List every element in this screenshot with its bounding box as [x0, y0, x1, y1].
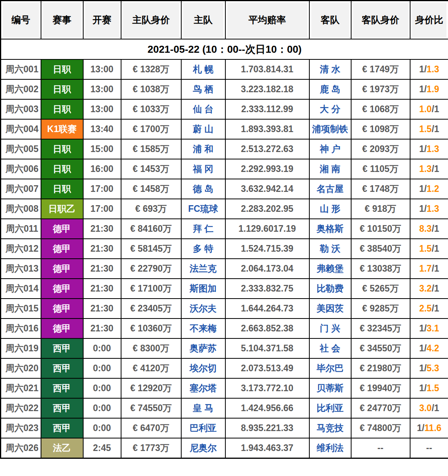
- table-row: 周六023西甲0:00€ 6470万巴利亚8.935.221.33马竞技€ 74…: [1, 418, 448, 438]
- match-id-cell: 周六020: [1, 358, 41, 378]
- league-badge: 德甲: [41, 319, 83, 338]
- ratio-segment: 1/: [419, 343, 427, 353]
- ratio-cell: 2.5/1: [410, 299, 448, 319]
- away-value-cell: € 1105万: [351, 159, 410, 179]
- home-team-cell: 塞尔塔: [181, 378, 225, 398]
- kickoff-time-cell: 21:30: [83, 279, 121, 299]
- home-value-cell: € 1328万: [121, 59, 181, 79]
- ratio-segment: 3.1: [427, 323, 439, 333]
- ratio-segment: 2.5: [419, 303, 432, 313]
- kickoff-time-cell: 16:00: [83, 159, 121, 179]
- league-badge: 日职: [41, 79, 83, 99]
- away-value-cell: € 9285万: [351, 299, 410, 319]
- away-team-cell: 鹿 岛: [309, 79, 351, 99]
- ratio-cell: 1/1.9: [410, 79, 448, 99]
- avg-odds-cell: 8.935.221.33: [225, 418, 309, 438]
- home-value-cell: € 22790万: [121, 259, 181, 279]
- away-team-cell: 神 户: [309, 139, 351, 159]
- kickoff-time-cell: 13:00: [83, 79, 121, 99]
- league-badge: 德甲: [41, 299, 83, 319]
- ratio-cell: 1/1.2: [410, 179, 448, 199]
- away-value-cell: € 24770万: [351, 398, 410, 418]
- home-value-cell: € 1038万: [121, 79, 181, 99]
- ratio-segment: 1.5: [427, 383, 439, 393]
- league-badge: K1联赛: [41, 119, 83, 139]
- home-team-cell: 巴利亚: [181, 418, 225, 438]
- table-row: 周六013德甲21:30€ 22790万法兰克2.064.173.04弗赖堡€ …: [1, 259, 448, 279]
- home-value-cell: € 1773万: [121, 438, 181, 458]
- away-team-cell: 大 分: [309, 99, 351, 119]
- table-row: 周六019西甲0:00€ 8300万奥萨苏5.104.371.58社 会€ 34…: [1, 338, 448, 358]
- ratio-segment: --: [426, 443, 432, 453]
- ratio-segment: 1.9: [427, 84, 439, 94]
- away-team-cell: 勒 沃: [309, 239, 351, 259]
- avg-odds-cell: 2.073.513.49: [225, 358, 309, 378]
- match-id-cell: 周六005: [1, 139, 41, 159]
- ratio-segment: 1.3: [419, 164, 432, 174]
- ratio-segment: 1.5: [419, 243, 432, 254]
- avg-odds-cell: 3.632.942.14: [225, 179, 309, 199]
- table-row: 周六012德甲21:30€ 58145万多 特1.524.715.39勒 沃€ …: [1, 239, 448, 259]
- ratio-segment: 1.0: [419, 104, 432, 114]
- league-badge: 德甲: [41, 259, 83, 279]
- away-team-cell: 浦项制铁: [309, 119, 351, 139]
- away-value-cell: € 1098万: [351, 119, 410, 139]
- ratio-segment: 1/: [419, 184, 427, 194]
- home-value-cell: € 1453万: [121, 159, 181, 179]
- avg-odds-cell: 1.943.463.37: [225, 438, 309, 458]
- home-team-cell: 尼奥尔: [181, 438, 225, 458]
- league-badge: 德甲: [41, 219, 83, 239]
- away-team-cell: 维利法: [309, 438, 351, 458]
- away-team-cell: 弗赖堡: [309, 259, 351, 279]
- avg-odds-cell: 2.663.852.38: [225, 319, 309, 338]
- away-team-cell: 马竞技: [309, 418, 351, 438]
- home-team-cell: 浦 和: [181, 139, 225, 159]
- match-id-cell: 周六001: [1, 59, 41, 79]
- ratio-segment: 1.7: [419, 263, 432, 274]
- ratio-segment: 8.3: [419, 224, 432, 234]
- column-header: 客队: [309, 1, 351, 39]
- kickoff-time-cell: 2:45: [83, 438, 121, 458]
- kickoff-time-cell: 13:40: [83, 119, 121, 139]
- home-value-cell: € 58145万: [121, 239, 181, 259]
- match-id-cell: 周六019: [1, 338, 41, 358]
- league-badge: 西甲: [41, 418, 83, 438]
- ratio-segment: 1/: [419, 363, 427, 373]
- kickoff-time-cell: 21:30: [83, 239, 121, 259]
- away-value-cell: € 32345万: [351, 319, 410, 338]
- table-row: 周六022西甲0:00€ 74550万皇 马1.424.956.66比利亚€ 2…: [1, 398, 448, 418]
- table-row: 周六015德甲21:30€ 23405万沃尔夫1.644.264.73美因茨€ …: [1, 299, 448, 319]
- ratio-segment: /1: [432, 283, 439, 293]
- away-value-cell: --: [351, 438, 410, 458]
- match-id-cell: 周六014: [1, 279, 41, 299]
- league-badge: 日职乙: [41, 199, 83, 219]
- home-team-cell: FC琉球: [181, 199, 225, 219]
- avg-odds-cell: 2.064.173.04: [225, 259, 309, 279]
- match-id-cell: 周六007: [1, 179, 41, 199]
- match-id-cell: 周六021: [1, 378, 41, 398]
- home-team-cell: 仙 台: [181, 99, 225, 119]
- home-value-cell: € 84160万: [121, 219, 181, 239]
- match-id-cell: 周六011: [1, 219, 41, 239]
- ratio-segment: /1: [432, 164, 439, 174]
- table-row: 周六006日职16:00€ 1453万福 冈2.292.993.19湘 南€ 1…: [1, 159, 448, 179]
- avg-odds-cell: 2.283.202.95: [225, 199, 309, 219]
- away-value-cell: € 21980万: [351, 358, 410, 378]
- odds-table: 编号赛事开赛主队身价主队平均赔率客队客队身价身价比 2021-05-22 (10…: [0, 0, 448, 459]
- home-value-cell: € 12920万: [121, 378, 181, 398]
- home-team-cell: 沃尔夫: [181, 299, 225, 319]
- kickoff-time-cell: 21:30: [83, 219, 121, 239]
- ratio-cell: 1.7/1: [410, 259, 448, 279]
- away-team-cell: 毕尔巴: [309, 358, 351, 378]
- away-value-cell: € 1068万: [351, 99, 410, 119]
- away-value-cell: € 918万: [351, 199, 410, 219]
- away-team-cell: 贝蒂斯: [309, 378, 351, 398]
- away-value-cell: € 13038万: [351, 259, 410, 279]
- away-team-cell: 比勒费: [309, 279, 351, 299]
- ratio-segment: 1/: [419, 144, 427, 154]
- table-row: 周六014德甲21:30€ 17100万斯图加2.333.832.75比勒费€ …: [1, 279, 448, 299]
- match-id-cell: 周六003: [1, 99, 41, 119]
- match-id-cell: 周六012: [1, 239, 41, 259]
- home-value-cell: € 4120万: [121, 358, 181, 378]
- ratio-segment: 1/: [417, 423, 424, 433]
